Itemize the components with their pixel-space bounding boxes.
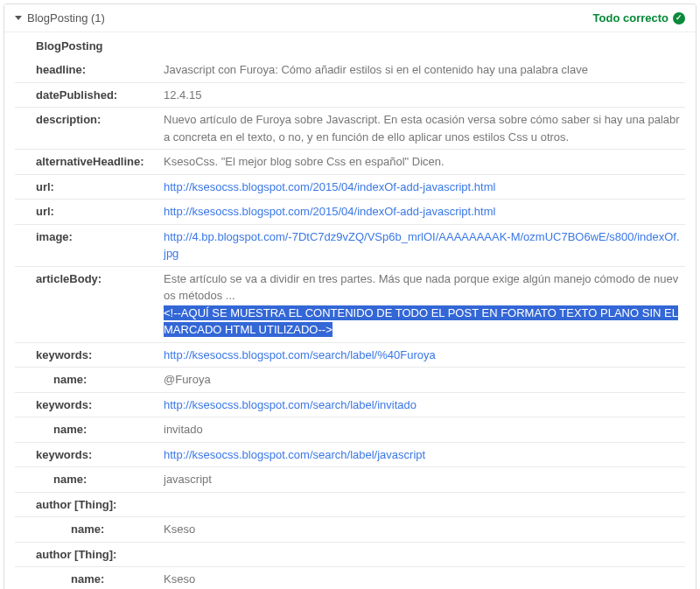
property-value: 12.4.15 — [164, 87, 685, 104]
structured-data-panel: BlogPosting (1) Todo correcto ✓ BlogPost… — [4, 4, 696, 589]
property-row: url:http://ksesocss.blogspot.com/2015/04… — [15, 174, 685, 200]
property-row: url:http://ksesocss.blogspot.com/2015/04… — [15, 199, 685, 224]
property-key: description: — [15, 111, 164, 129]
property-table: headline:Javascript con Furoya: Cómo aña… — [15, 58, 685, 589]
highlighted-text: <!--AQUÍ SE MUESTRA EL CONTENIDO DE TODO… — [164, 305, 678, 338]
property-value: Kseso — [164, 571, 685, 588]
property-value-link[interactable]: http://ksesocss.blogspot.com/2015/04/ind… — [164, 203, 685, 221]
property-value-link[interactable]: http://4.bp.blogspot.com/-7DtC7dz9vZQ/VS… — [164, 228, 685, 263]
property-row: name:Kseso — [15, 516, 685, 542]
property-row: name:Kseso — [15, 566, 685, 589]
property-row: keywords:http://ksesocss.blogspot.com/se… — [15, 392, 685, 417]
property-row: name:invitado — [15, 417, 685, 442]
property-value: Javascript con Furoya: Cómo añadir estil… — [164, 61, 685, 79]
property-key: image: — [15, 228, 164, 246]
type-header: BlogPosting — [15, 32, 685, 58]
property-key: name: — [15, 371, 164, 389]
property-row: keywords:http://ksesocss.blogspot.com/se… — [15, 342, 685, 368]
property-key: url: — [15, 203, 164, 221]
panel-title: BlogPosting (1) — [27, 11, 593, 25]
property-row: author [Thing]: — [15, 492, 685, 517]
property-value: Este artículo se va a dividir en tres pa… — [164, 270, 685, 339]
check-circle-icon: ✓ — [673, 12, 685, 25]
property-row: name:@Furoya — [15, 367, 685, 392]
property-row: keywords:http://ksesocss.blogspot.com/se… — [15, 442, 685, 467]
property-row: alternativeHeadline:KsesoCss. "El mejor … — [15, 149, 685, 174]
property-row: datePublished:12.4.15 — [15, 82, 685, 108]
property-row: headline:Javascript con Furoya: Cómo aña… — [15, 58, 685, 82]
property-key: keywords: — [15, 446, 164, 464]
panel-header[interactable]: BlogPosting (1) Todo correcto ✓ — [4, 4, 696, 32]
property-key: headline: — [15, 61, 164, 79]
status-text: Todo correcto — [593, 11, 668, 25]
property-row: description:Nuevo artículo de Furoya sob… — [15, 107, 685, 149]
property-key: name: — [15, 421, 164, 438]
property-value: javascript — [164, 471, 685, 488]
caret-down-icon — [15, 16, 22, 20]
property-key: name: — [15, 471, 164, 488]
property-value: Kseso — [164, 521, 685, 538]
property-key: articleBody: — [15, 270, 164, 288]
property-value: invitado — [164, 421, 685, 438]
property-row: image:http://4.bp.blogspot.com/-7DtC7dz9… — [15, 224, 685, 266]
property-row: name:javascript — [15, 466, 685, 492]
property-key: name: — [15, 521, 164, 538]
property-key: name: — [15, 571, 164, 588]
property-value-link[interactable]: http://ksesocss.blogspot.com/search/labe… — [164, 446, 685, 464]
property-value: Nuevo artículo de Furoya sobre Javascrip… — [164, 111, 685, 145]
property-key: keywords: — [15, 347, 164, 364]
property-key: author [Thing]: — [15, 546, 164, 564]
property-value-link[interactable]: http://ksesocss.blogspot.com/search/labe… — [164, 396, 685, 414]
property-value-link[interactable]: http://ksesocss.blogspot.com/search/labe… — [164, 347, 685, 364]
status-badge: Todo correcto ✓ — [593, 11, 685, 25]
panel-body: BlogPosting headline:Javascript con Furo… — [4, 32, 696, 589]
property-key: author [Thing]: — [15, 496, 164, 514]
property-value: KsesoCss. "El mejor blog sobre Css en es… — [164, 153, 685, 171]
property-value-link[interactable]: http://ksesocss.blogspot.com/2015/04/ind… — [164, 179, 685, 196]
property-key: keywords: — [15, 396, 164, 414]
property-key: alternativeHeadline: — [15, 153, 164, 171]
property-row: articleBody:Este artículo se va a dividi… — [15, 266, 685, 342]
property-value: @Furoya — [164, 371, 685, 389]
property-row: author [Thing]: — [15, 542, 685, 567]
property-key: url: — [15, 179, 164, 196]
property-key: datePublished: — [15, 87, 164, 104]
